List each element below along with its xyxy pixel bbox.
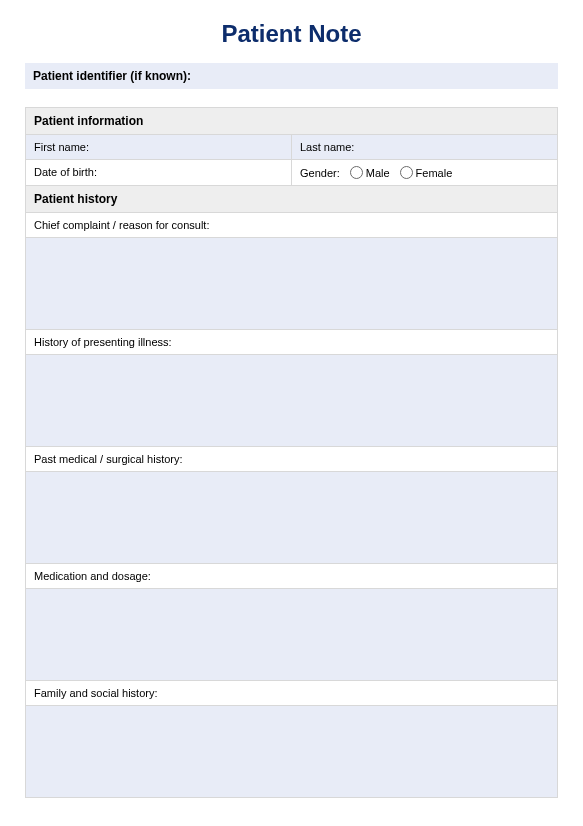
female-label: Female bbox=[416, 167, 453, 179]
pmh-input[interactable] bbox=[26, 472, 558, 564]
radio-circle-icon bbox=[400, 166, 413, 179]
first-name-label: First name: bbox=[34, 141, 89, 153]
section-header-patient-info: Patient information bbox=[26, 108, 558, 135]
last-name-field[interactable]: Last name: bbox=[292, 135, 558, 160]
patient-identifier-label: Patient identifier (if known): bbox=[33, 69, 191, 83]
last-name-label: Last name: bbox=[300, 141, 354, 153]
patient-form-table: Patient information First name: Last nam… bbox=[25, 107, 558, 798]
radio-circle-icon bbox=[350, 166, 363, 179]
hpi-label: History of presenting illness: bbox=[26, 330, 558, 355]
dob-label: Date of birth: bbox=[34, 166, 97, 178]
patient-identifier-row[interactable]: Patient identifier (if known): bbox=[25, 63, 558, 89]
medication-label: Medication and dosage: bbox=[26, 564, 558, 589]
section-header-patient-history: Patient history bbox=[26, 186, 558, 213]
chief-complaint-input[interactable] bbox=[26, 238, 558, 330]
first-name-field[interactable]: First name: bbox=[26, 135, 292, 160]
chief-complaint-label: Chief complaint / reason for consult: bbox=[26, 213, 558, 238]
gender-field: Gender: Male Female bbox=[292, 160, 558, 186]
page-title: Patient Note bbox=[25, 20, 558, 48]
dob-field[interactable]: Date of birth: bbox=[26, 160, 292, 186]
hpi-input[interactable] bbox=[26, 355, 558, 447]
pmh-label: Past medical / surgical history: bbox=[26, 447, 558, 472]
gender-label: Gender: bbox=[300, 167, 340, 179]
medication-input[interactable] bbox=[26, 589, 558, 681]
family-social-label: Family and social history: bbox=[26, 681, 558, 706]
radio-male[interactable]: Male bbox=[350, 166, 390, 179]
male-label: Male bbox=[366, 167, 390, 179]
family-social-input[interactable] bbox=[26, 706, 558, 798]
radio-female[interactable]: Female bbox=[400, 166, 453, 179]
